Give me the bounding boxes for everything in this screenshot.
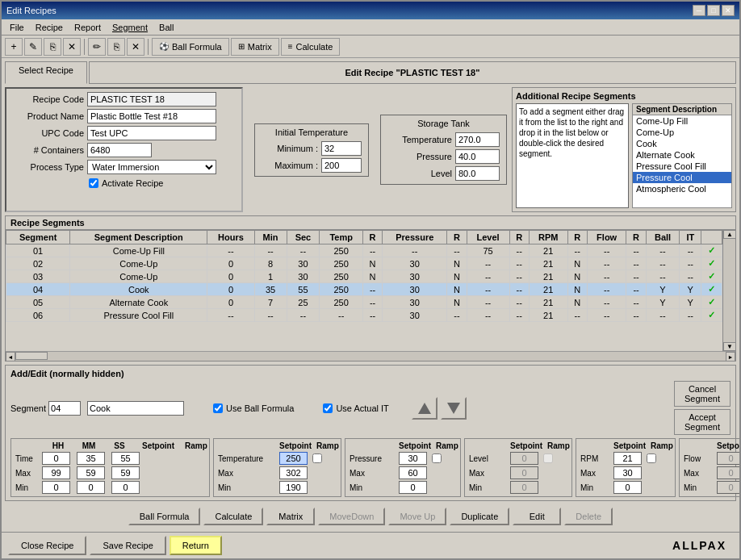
process-type-select[interactable]: Water Immersion Steam Steam/Air bbox=[87, 160, 216, 174]
minimize-button[interactable]: ─ bbox=[693, 5, 705, 16]
menu-report[interactable]: Report bbox=[69, 22, 106, 33]
maximize-button[interactable]: □ bbox=[707, 5, 720, 16]
table-row[interactable]: 06 Pressure Cool Fill -- -- -- -- -- 30 … bbox=[6, 309, 722, 322]
recipe-code-row: Recipe Code bbox=[11, 92, 237, 107]
toolbar-matrix-button[interactable]: ⊞ Matrix bbox=[231, 38, 279, 56]
cell-seg: 04 bbox=[6, 283, 70, 296]
table-row[interactable]: 01 Come-Up Fill -- -- -- 250 -- -- -- 75 bbox=[6, 244, 722, 257]
seg-list-item-come-up[interactable]: Come-Up bbox=[633, 127, 731, 138]
ae-max-hh-input[interactable] bbox=[42, 466, 70, 479]
seg-list-item-atmospheric-cool[interactable]: Atmospheric Cool bbox=[633, 183, 731, 194]
menu-file[interactable]: File bbox=[5, 22, 29, 33]
cancel-segment-button[interactable]: CancelSegment bbox=[674, 381, 731, 407]
ae-rpm-setpoint-input[interactable] bbox=[613, 452, 642, 465]
ae-level-setpoint-input[interactable] bbox=[510, 452, 538, 465]
accept-segment-button[interactable]: AcceptSegment bbox=[674, 409, 731, 435]
toolbar-paste-button[interactable]: ⎘ bbox=[107, 38, 125, 56]
ae-rpm-ramp-checkbox[interactable] bbox=[647, 453, 656, 463]
containers-input[interactable] bbox=[87, 143, 152, 157]
cell-desc: Pressure Cool Fill bbox=[70, 309, 207, 322]
ae-pressure-setpoint-input[interactable] bbox=[399, 452, 427, 465]
ae-time-hh-input[interactable] bbox=[42, 452, 70, 465]
storage-level-input[interactable] bbox=[455, 166, 500, 181]
ae-flow-setpoint-input[interactable] bbox=[717, 452, 739, 465]
ae-pressure-min-input[interactable] bbox=[399, 481, 427, 494]
menu-ball[interactable]: Ball bbox=[154, 22, 178, 33]
seg-list-item-pressure-cool-fill[interactable]: Pressure Cool Fill bbox=[633, 161, 731, 172]
ae-level-min-input[interactable] bbox=[510, 481, 538, 494]
ae-nav-down-button[interactable] bbox=[441, 397, 467, 420]
horizontal-scrollbar[interactable]: ◄ ► bbox=[6, 351, 735, 361]
ae-temp-max-input[interactable] bbox=[279, 466, 308, 479]
ae-level-max-input[interactable] bbox=[510, 466, 538, 479]
upc-code-input[interactable] bbox=[87, 126, 216, 140]
ae-level-ramp-checkbox[interactable] bbox=[543, 453, 553, 463]
ae-pressure-max-input[interactable] bbox=[399, 466, 427, 479]
matrix-button[interactable]: Matrix bbox=[266, 508, 315, 525]
toolbar-calculate-button[interactable]: ≡ Calculate bbox=[281, 38, 341, 56]
ae-pressure-ramp-checkbox[interactable] bbox=[432, 453, 442, 463]
ae-time-mm-input[interactable] bbox=[77, 452, 105, 465]
ae-seg-input[interactable] bbox=[48, 401, 81, 416]
move-up-button[interactable]: Move Up bbox=[388, 508, 446, 525]
activate-checkbox[interactable] bbox=[89, 178, 98, 188]
product-name-input[interactable] bbox=[87, 109, 216, 123]
ae-temp-min-input[interactable] bbox=[279, 481, 308, 494]
save-recipe-button[interactable]: Save Recipe bbox=[90, 536, 165, 555]
menu-segment[interactable]: Segment bbox=[107, 22, 153, 33]
table-row[interactable]: 03 Come-Up 0 1 30 250 N 30 N -- -- bbox=[6, 270, 722, 283]
ae-actual-it-checkbox[interactable] bbox=[323, 403, 333, 413]
ae-temp-ramp-checkbox[interactable] bbox=[312, 453, 322, 463]
ae-min-ss-input[interactable] bbox=[111, 481, 140, 494]
ae-rpm-min-input[interactable] bbox=[613, 481, 642, 494]
ball-formula-button[interactable]: Ball Formula bbox=[128, 508, 201, 525]
table-row[interactable]: 05 Alternate Cook 0 7 25 250 -- 30 N -- bbox=[6, 296, 722, 309]
table-scroll-buttons: ▲ ▼ bbox=[722, 230, 735, 351]
toolbar-edit-button[interactable]: ✎ bbox=[24, 38, 42, 56]
ae-max-mm-input[interactable] bbox=[77, 466, 105, 479]
seg-list-item-alternate-cook[interactable]: Alternate Cook bbox=[633, 149, 731, 161]
toolbar-pencil-button[interactable]: ✏ bbox=[88, 38, 106, 56]
scroll-down-button[interactable]: ▼ bbox=[723, 342, 735, 351]
storage-temp-input[interactable] bbox=[455, 132, 500, 147]
menu-recipe[interactable]: Recipe bbox=[31, 22, 68, 33]
return-button[interactable]: Return bbox=[170, 536, 222, 555]
ae-temp-setpoint-input[interactable] bbox=[279, 452, 308, 465]
table-row[interactable]: 02 Come-Up 0 8 30 250 N 30 N -- -- bbox=[6, 257, 722, 270]
calculate-button[interactable]: Calculate bbox=[203, 508, 263, 525]
ae-desc-input[interactable] bbox=[87, 401, 184, 416]
move-down-button[interactable]: MoveDown bbox=[318, 508, 385, 525]
toolbar-ball-formula-button[interactable]: ⚽ Ball Formula bbox=[152, 38, 229, 56]
init-temp-min-input[interactable] bbox=[321, 141, 362, 156]
scroll-right-button[interactable]: ► bbox=[726, 352, 735, 361]
toolbar-add-button[interactable]: + bbox=[5, 38, 23, 56]
segments-table-container[interactable]: Segment Segment Description Hours Min Se… bbox=[6, 230, 722, 351]
scroll-up-button[interactable]: ▲ bbox=[723, 230, 735, 239]
seg-list-item-cook[interactable]: Cook bbox=[633, 138, 731, 149]
close-button[interactable]: ✕ bbox=[722, 5, 735, 16]
toolbar-delete-button[interactable]: ✕ bbox=[63, 38, 81, 56]
delete-button[interactable]: Delete bbox=[564, 508, 613, 525]
ae-time-ss-input[interactable] bbox=[111, 452, 140, 465]
recipe-code-input[interactable] bbox=[87, 92, 216, 107]
ae-ball-formula-checkbox[interactable] bbox=[213, 403, 223, 413]
toolbar-copy-button[interactable]: ⎘ bbox=[44, 38, 61, 56]
table-row[interactable]: 04 Cook 0 35 55 250 -- 30 N -- -- bbox=[6, 283, 722, 296]
ae-flow-min-input[interactable] bbox=[717, 481, 739, 494]
ae-nav-up-button[interactable] bbox=[412, 397, 437, 420]
ae-min-mm-input[interactable] bbox=[77, 481, 105, 494]
edit-button[interactable]: Edit bbox=[513, 508, 561, 525]
ae-max-ss-input[interactable] bbox=[111, 466, 140, 479]
seg-list-item-pressure-cool[interactable]: Pressure Cool bbox=[633, 172, 731, 183]
seg-list-item-come-up-fill[interactable]: Come-Up Fill bbox=[633, 115, 731, 127]
init-temp-max-input[interactable] bbox=[321, 158, 362, 173]
ae-flow-max-input[interactable] bbox=[717, 466, 739, 479]
duplicate-button[interactable]: Duplicate bbox=[450, 508, 509, 525]
ae-rpm-max-input[interactable] bbox=[613, 466, 642, 479]
ae-min-hh-input[interactable] bbox=[42, 481, 70, 494]
tab-select-recipe[interactable]: Select Recipe bbox=[5, 61, 87, 84]
storage-pressure-input[interactable] bbox=[455, 149, 500, 164]
toolbar-cancel-button[interactable]: ✕ bbox=[127, 38, 144, 56]
scroll-left-button[interactable]: ◄ bbox=[6, 352, 15, 361]
close-recipe-button[interactable]: Close Recipe bbox=[8, 536, 86, 555]
